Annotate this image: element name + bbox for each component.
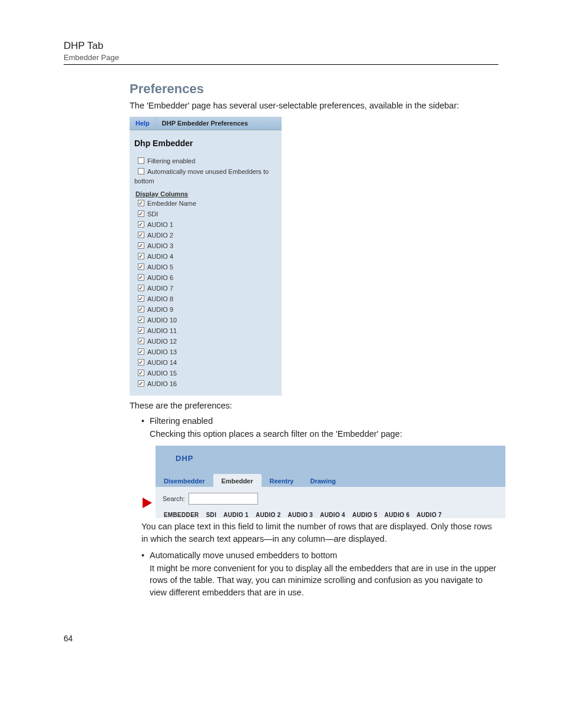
column-header: AUDIO 5 (349, 512, 381, 518)
display-column-label: AUDIO 12 (147, 337, 177, 346)
display-column-label: AUDIO 13 (147, 347, 177, 357)
embedder-panel: DHP Disembedder Embedder Reentry Drawing… (156, 446, 505, 518)
checkbox-icon[interactable] (138, 253, 144, 259)
display-column-item[interactable]: Embedder Name (134, 199, 277, 208)
preferences-panel: Help DHP Embedder Preferences Dhp Embedd… (130, 117, 282, 396)
checkbox-icon[interactable] (138, 317, 144, 323)
display-column-label: AUDIO 9 (147, 305, 173, 314)
checkbox-icon[interactable] (138, 338, 144, 344)
display-column-item[interactable]: AUDIO 6 (134, 273, 277, 282)
display-column-item[interactable]: AUDIO 5 (134, 262, 277, 272)
display-column-item[interactable]: AUDIO 8 (134, 294, 277, 304)
embedder-screenshot: DHP Disembedder Embedder Reentry Drawing… (141, 446, 498, 518)
after-panel-text: These are the preferences: (130, 400, 498, 412)
intro-text: The 'Embedder' page has several user-sel… (130, 100, 498, 112)
after-embedder-text: You can place text in this field to limi… (141, 521, 498, 545)
checkbox-icon[interactable] (138, 263, 144, 270)
display-column-label: AUDIO 3 (147, 241, 173, 251)
preferences-panel-body: Dhp Embedder Filtering enabled Automatic… (130, 130, 282, 396)
checkbox-icon[interactable] (138, 157, 144, 164)
display-column-item[interactable]: SDI (134, 209, 277, 219)
help-link[interactable]: Help (130, 117, 156, 130)
preferences-heading: Dhp Embedder (134, 139, 277, 148)
bullet-filtering: • Filtering enabled (141, 416, 498, 426)
bullet-mark: • (141, 416, 150, 426)
column-header: AUDIO 6 (381, 512, 414, 518)
display-column-item[interactable]: AUDIO 7 (134, 284, 277, 293)
tab-reentry[interactable]: Reentry (262, 474, 302, 487)
display-column-item[interactable]: AUDIO 10 (134, 315, 277, 325)
pref-auto-move[interactable]: Automatically move unused Embedders to (134, 167, 277, 176)
checkbox-icon[interactable] (138, 327, 144, 334)
display-column-item[interactable]: AUDIO 9 (134, 305, 277, 314)
tab-embedder[interactable]: Embedder (213, 474, 262, 487)
bullet-mark: • (141, 551, 150, 560)
bullet-filtering-desc: Checking this option places a search fil… (150, 428, 498, 440)
checkbox-icon[interactable] (138, 242, 144, 249)
dhp-label: DHP (176, 454, 193, 463)
checkbox-icon[interactable] (138, 380, 144, 387)
tab-drawing[interactable]: Drawing (302, 474, 343, 487)
svg-marker-0 (143, 498, 152, 508)
content: Preferences The 'Embedder' page has seve… (130, 81, 498, 598)
display-column-label: AUDIO 6 (147, 273, 173, 282)
checkbox-icon[interactable] (138, 285, 144, 291)
preferences-panel-title: DHP Embedder Preferences (156, 117, 254, 130)
checkbox-icon[interactable] (138, 306, 144, 312)
search-row: Search: (156, 487, 505, 510)
display-column-item[interactable]: AUDIO 13 (134, 347, 277, 357)
display-column-label: Embedder Name (147, 199, 196, 208)
display-column-label: SDI (147, 209, 158, 219)
search-label: Search: (163, 495, 185, 502)
display-column-label: AUDIO 1 (147, 220, 173, 229)
column-header: EMBEDDER (160, 512, 203, 518)
display-column-item[interactable]: AUDIO 16 (134, 379, 277, 388)
display-column-item[interactable]: AUDIO 2 (134, 230, 277, 240)
header-title: DHP Tab (64, 40, 498, 52)
checkbox-icon[interactable] (138, 348, 144, 355)
display-column-item[interactable]: AUDIO 1 (134, 220, 277, 229)
display-column-label: AUDIO 5 (147, 262, 173, 272)
tab-disembedder[interactable]: Disembedder (156, 474, 213, 487)
page: DHP Tab Embedder Page Preferences The 'E… (0, 0, 562, 667)
display-column-item[interactable]: AUDIO 14 (134, 358, 277, 367)
embedder-columns: EMBEDDERSDIAUDIO 1AUDIO 2AUDIO 3AUDIO 4A… (156, 510, 505, 518)
pref-label: Automatically move unused Embedders to (147, 167, 269, 176)
red-arrow-icon (141, 496, 153, 509)
embedder-top-bar: DHP (156, 446, 505, 472)
display-column-item[interactable]: AUDIO 12 (134, 337, 277, 346)
bullet-auto-move: • Automatically move unused embedders to… (141, 551, 498, 560)
checkbox-icon[interactable] (138, 221, 144, 228)
bullet-auto-move-desc: It might be more convenient for you to d… (150, 562, 498, 598)
checkbox-icon[interactable] (138, 370, 144, 376)
display-column-item[interactable]: AUDIO 4 (134, 252, 277, 261)
display-columns-list: Embedder NameSDIAUDIO 1AUDIO 2AUDIO 3AUD… (134, 199, 277, 388)
display-column-item[interactable]: AUDIO 3 (134, 241, 277, 251)
checkbox-icon[interactable] (138, 295, 144, 302)
column-header: SDI (203, 512, 220, 518)
column-header: AUDIO 4 (316, 512, 349, 518)
pref-filtering-enabled[interactable]: Filtering enabled (134, 156, 277, 166)
bullet-title: Automatically move unused embedders to b… (150, 551, 498, 560)
checkbox-icon[interactable] (138, 200, 144, 206)
checkbox-icon[interactable] (138, 168, 144, 174)
preferences-panel-header: Help DHP Embedder Preferences (130, 117, 282, 130)
display-column-label: AUDIO 2 (147, 230, 173, 240)
bullet-title: Filtering enabled (150, 416, 498, 426)
section-heading: Preferences (130, 81, 498, 97)
display-column-label: AUDIO 10 (147, 315, 177, 325)
display-column-item[interactable]: AUDIO 11 (134, 326, 277, 335)
page-number: 64 (64, 634, 498, 643)
checkbox-icon[interactable] (138, 210, 144, 217)
search-input[interactable] (189, 493, 258, 505)
display-columns-label: Display Columns (135, 190, 277, 197)
checkbox-icon[interactable] (138, 274, 144, 281)
display-column-label: AUDIO 14 (147, 358, 177, 367)
display-column-label: AUDIO 4 (147, 252, 173, 261)
column-header: AUDIO 7 (413, 512, 445, 518)
checkbox-icon[interactable] (138, 359, 144, 365)
page-header: DHP Tab Embedder Page (64, 40, 498, 65)
column-header: AUDIO 3 (285, 512, 317, 518)
display-column-item[interactable]: AUDIO 15 (134, 368, 277, 378)
checkbox-icon[interactable] (138, 232, 144, 238)
